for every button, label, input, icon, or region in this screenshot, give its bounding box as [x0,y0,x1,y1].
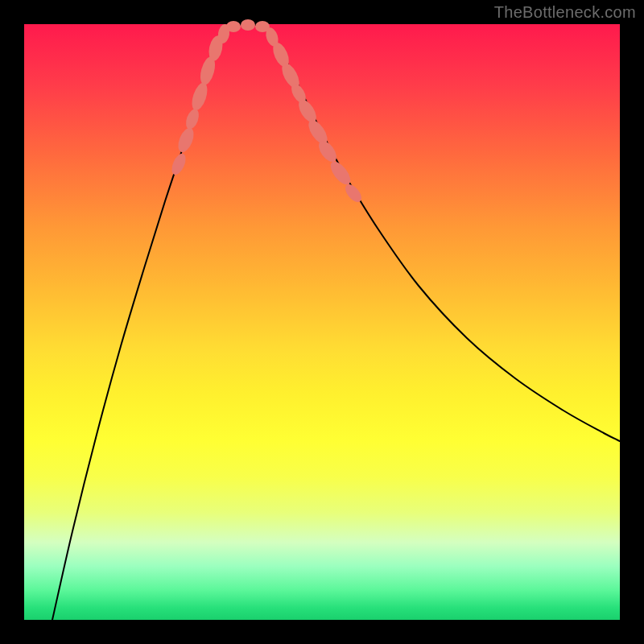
data-marker [184,107,201,130]
data-marker [175,126,197,155]
chart-frame: TheBottleneck.com [0,0,644,644]
watermark-text: TheBottleneck.com [494,3,636,22]
data-marker [169,151,188,176]
data-marker [241,19,255,31]
chart-svg [24,24,620,620]
marker-layer [169,19,365,204]
data-marker [189,80,210,112]
data-marker [226,21,241,32]
bottleneck-curve [52,24,620,620]
plot-area [24,24,620,620]
line-layer [52,24,620,620]
